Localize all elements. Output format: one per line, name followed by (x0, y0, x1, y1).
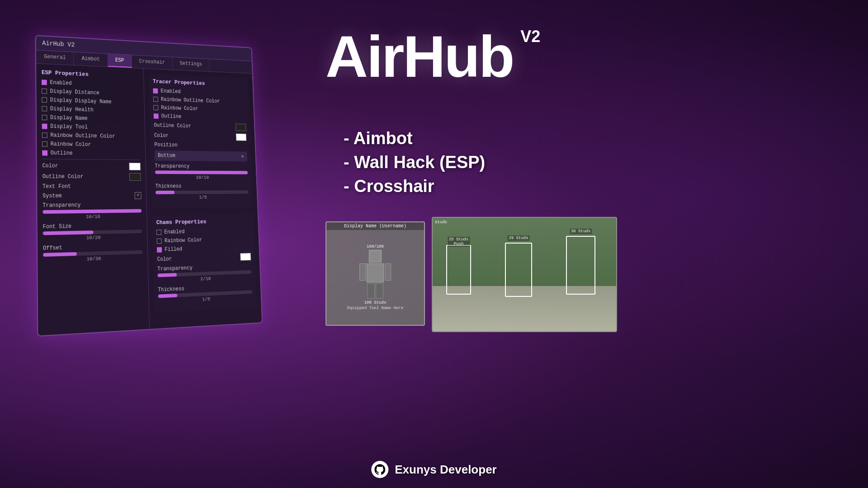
tracer-rainbow-color-item[interactable]: Rainbow Color (153, 105, 245, 113)
esp-outline-item[interactable]: Outline (42, 150, 140, 157)
esp-color-swatch[interactable] (129, 163, 141, 170)
esp-display-name2-checkbox[interactable] (42, 115, 47, 120)
chams-enabled-item[interactable]: Enabled (156, 228, 250, 235)
players-preview-body: 25 StudsPush 29 Studs 36 Studs Studs (433, 218, 616, 331)
esp-rainbow-outline-label: Rainbow Outline Color (50, 132, 115, 140)
esp-display-health-checkbox[interactable] (42, 106, 47, 112)
tab-esp[interactable]: ESP (108, 54, 132, 68)
footer: Exunys Developer (371, 461, 496, 478)
chams-section: Chams Properties Enabled Rainbow Color F… (152, 214, 257, 313)
esp-rainbow-color-checkbox[interactable] (42, 141, 47, 147)
chams-rainbow-color-item[interactable]: Rainbow Color (156, 236, 250, 244)
char-torso (367, 263, 384, 282)
tracer-position-dropdown[interactable]: Bottom + (155, 150, 247, 162)
esp-text-font-row: Text Font (42, 183, 141, 190)
tracer-outline-color-label: Outline Color (154, 122, 191, 129)
esp-display-health-item[interactable]: Display Health (42, 106, 139, 115)
esp-display-distance-item[interactable]: Display Distance (42, 88, 139, 98)
tracer-rainbow-outline-checkbox[interactable] (153, 97, 158, 102)
chams-color-swatch[interactable] (240, 253, 251, 261)
player-box-1: 25 StudsPush (446, 245, 471, 295)
tracer-enabled-item[interactable]: Enabled (153, 88, 245, 97)
tracer-thickness-track[interactable] (156, 190, 249, 194)
char-arm-right (385, 263, 391, 281)
esp-enabled-item[interactable]: Enabled (42, 79, 139, 89)
player-box-2: 29 Studs (505, 243, 532, 297)
chams-thickness-fill (158, 294, 178, 298)
esp-display-name2-label: Display Name (50, 115, 88, 122)
tracer-enabled-checkbox[interactable] (153, 88, 158, 94)
esp-display-distance-checkbox[interactable] (42, 89, 47, 94)
tracer-outline-color-swatch[interactable] (236, 123, 246, 131)
esp-rainbow-outline-item[interactable]: Rainbow Outline Color (42, 132, 140, 140)
esp-font-value-row[interactable]: System + (42, 192, 142, 200)
esp-preview-studs: 100 Studs (364, 300, 387, 305)
esp-text-font-label: Text Font (42, 183, 71, 190)
chams-color-label: Color (157, 256, 172, 263)
tracer-position-value: Bottom (158, 153, 175, 159)
tracer-dropdown-plus-icon: + (241, 153, 245, 160)
chams-filled-checkbox[interactable] (157, 247, 162, 253)
char-leg-right (376, 283, 383, 299)
chams-enabled-checkbox[interactable] (156, 230, 161, 235)
esp-rainbow-outline-checkbox[interactable] (42, 132, 47, 138)
esp-display-tool-label: Display Tool (50, 123, 88, 130)
tracer-rainbow-color-label: Rainbow Color (161, 105, 198, 112)
tracer-outline-item[interactable]: Outline (154, 113, 246, 121)
esp-preview-panel: Display Name (Username) 100/100 100 Stud… (326, 221, 425, 326)
github-icon (371, 461, 388, 478)
chams-rainbow-color-checkbox[interactable] (157, 239, 162, 244)
tracer-transparency-track[interactable] (155, 170, 248, 174)
player-1-label: 25 StudsPush (448, 237, 470, 247)
esp-outline-checkbox[interactable] (42, 150, 47, 156)
char-leg-left (367, 283, 375, 299)
tracer-position-label: Position (154, 142, 177, 148)
feature-wallhack: - Wall Hack (ESP) (344, 153, 485, 172)
tab-general[interactable]: General (36, 50, 74, 65)
tab-crosshair[interactable]: Crosshair (132, 55, 173, 70)
chams-filled-item[interactable]: Filled (157, 244, 251, 253)
esp-enabled-checkbox[interactable] (42, 80, 47, 85)
esp-display-name-label: Display Display Name (50, 97, 112, 105)
esp-display-name-item[interactable]: Display Display Name (42, 97, 139, 106)
esp-outline-color-swatch[interactable] (129, 173, 141, 181)
tracer-thickness-fill (156, 191, 175, 194)
tab-aimbot[interactable]: Aimbot (74, 52, 108, 66)
tracer-color-swatch[interactable] (236, 133, 246, 141)
tracer-outline-checkbox[interactable] (154, 113, 159, 118)
tab-settings[interactable]: Settings (173, 57, 210, 71)
char-head (369, 250, 382, 263)
esp-preview-header: Display Name (Username) (326, 222, 424, 230)
main-window: AirHub V2 General Aimbot ESP Crosshair S… (35, 35, 263, 337)
tracer-thickness-label: Thickness (156, 183, 249, 189)
player-2-label: 29 Studs (507, 235, 529, 241)
right-panel: Tracer Properties Enabled Rainbow Outlin… (144, 69, 262, 329)
tracer-transparency-label: Transparency (155, 163, 247, 169)
player-3-label: 36 Studs (570, 229, 592, 234)
esp-rainbow-color-item[interactable]: Rainbow Color (42, 141, 140, 149)
chams-filled-label: Filled (165, 246, 182, 253)
esp-font-plus-button[interactable]: + (135, 192, 142, 199)
char-arm-left (359, 263, 366, 281)
tracer-rainbow-outline-item[interactable]: Rainbow Outline Color (153, 96, 245, 105)
esp-display-name-checkbox[interactable] (42, 97, 47, 103)
feature-crosshair: - Crosshair (344, 177, 485, 196)
esp-transparency-container: Transparency 10/10 (42, 202, 142, 220)
esp-display-name2-item[interactable]: Display Name (42, 114, 140, 123)
logo-container: AirHub V2 (326, 23, 513, 90)
tracer-rainbow-color-checkbox[interactable] (153, 105, 158, 110)
esp-display-tool-item[interactable]: Display Tool (42, 123, 140, 131)
character-display (353, 250, 398, 299)
esp-display-distance-label: Display Distance (50, 88, 99, 96)
esp-outline-color-label: Outline Color (42, 174, 84, 180)
esp-display-health-label: Display Health (50, 106, 94, 113)
tracer-transparency-fill (155, 170, 248, 174)
esp-display-tool-checkbox[interactable] (42, 124, 47, 129)
esp-font-size-value: 10/20 (43, 234, 142, 242)
logo-version: V2 (520, 27, 540, 46)
tracer-outline-color-row: Outline Color (154, 122, 246, 131)
chams-transparency-fill (157, 273, 177, 277)
esp-preview-health: 100/100 (367, 244, 384, 249)
esp-preview-tool: Equipped Tool Name Here (347, 306, 403, 310)
esp-transparency-track[interactable] (42, 209, 142, 214)
